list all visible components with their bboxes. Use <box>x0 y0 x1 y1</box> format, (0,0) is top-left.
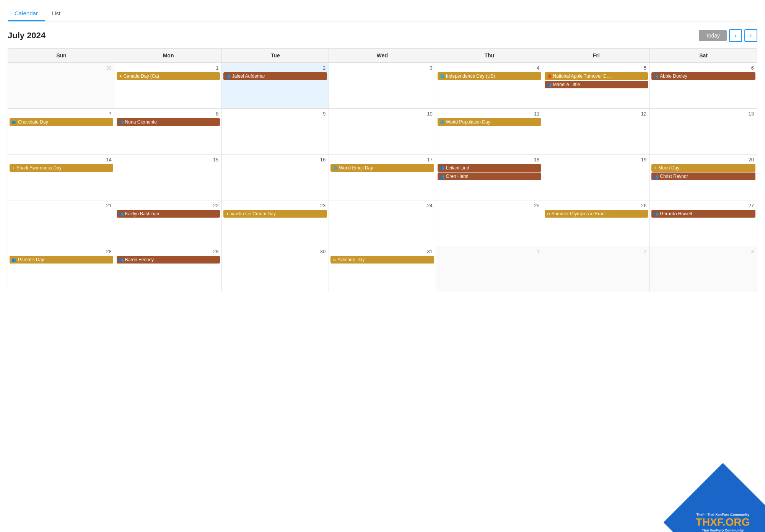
day-cell[interactable]: 25 <box>436 200 543 246</box>
day-number: 29 <box>117 248 220 256</box>
day-cell[interactable]: 20✧Moon Day👥Christ Raynor <box>650 154 757 200</box>
day-cell[interactable]: 9 <box>222 108 329 154</box>
day-cell[interactable]: 6👥Abbie Dooley <box>650 62 757 108</box>
app-container: CalendarList July 2024 Today ‹ › SunMonT… <box>0 0 765 298</box>
day-number: 21 <box>10 202 113 210</box>
day-number: 28 <box>10 248 113 256</box>
event[interactable]: ⊙Summer Olympics in Fran… <box>545 210 648 218</box>
day-cell[interactable]: 28👥Parent's Day <box>8 246 115 292</box>
day-number: 17 <box>330 156 434 164</box>
day-number: 2 <box>223 64 327 72</box>
calendar-grid: SunMonTueWedThuFriSat 301✦Canada Day (Ca… <box>8 48 757 292</box>
day-cell[interactable]: 30 <box>222 246 329 292</box>
event[interactable]: 🍎National Apple Turnover D… <box>545 72 648 80</box>
day-cell[interactable]: 1✦Canada Day (Ca) <box>115 62 222 108</box>
day-number: 19 <box>545 156 648 164</box>
event[interactable]: 👥Christ Raynor <box>651 172 755 180</box>
event[interactable]: 👥Gerardo Howell <box>651 210 755 218</box>
event[interactable]: ✧Shark Awareness Day <box>10 164 113 172</box>
day-number: 20 <box>651 156 755 164</box>
event[interactable]: 👥Baron Feeney <box>117 256 220 264</box>
event-icon: 🍎 <box>547 74 552 78</box>
next-button[interactable]: › <box>744 29 757 42</box>
event-label: Summer Olympics in Fran… <box>552 211 609 216</box>
day-cell[interactable]: 4🌐Independence Day (US) <box>436 62 543 108</box>
event-label: Oren Hahn <box>446 174 469 179</box>
day-number: 16 <box>223 156 327 164</box>
day-cell[interactable]: 31⊙Avocado Day <box>329 246 436 292</box>
event-icon: 👥 <box>654 174 658 179</box>
event-icon: 👥 <box>654 212 658 216</box>
day-header-sun: Sun <box>8 49 115 62</box>
day-cell[interactable]: 29👥Baron Feeney <box>115 246 222 292</box>
day-cell[interactable]: 5🍎National Apple Turnover D…👥Mabelle Lit… <box>543 62 650 108</box>
day-number: 1 <box>438 248 541 256</box>
event-label: National Apple Turnover D… <box>553 73 611 79</box>
day-cell[interactable]: 11🌐World Population Day <box>436 108 543 154</box>
day-number: 1 <box>117 64 220 72</box>
day-cell[interactable]: 3 <box>329 62 436 108</box>
today-button[interactable]: Today <box>699 30 727 41</box>
day-number: 30 <box>10 64 113 72</box>
event[interactable]: 🌐World Population Day <box>438 118 541 126</box>
day-cell[interactable]: 13 <box>650 108 757 154</box>
day-number: 8 <box>117 110 220 118</box>
event[interactable]: ⊙Avocado Day <box>330 256 434 264</box>
event[interactable]: 👥Jaleel Aufderhar <box>223 72 327 80</box>
day-cell[interactable]: 14✧Shark Awareness Day <box>8 154 115 200</box>
event[interactable]: 🌐World Emoji Day <box>330 164 434 172</box>
day-cell[interactable]: 24 <box>329 200 436 246</box>
day-cell[interactable]: 7👥Chocolate Day <box>8 108 115 154</box>
day-cell[interactable]: 17🌐World Emoji Day <box>329 154 436 200</box>
event[interactable]: 👥Abbie Dooley <box>651 72 755 80</box>
day-number: 26 <box>545 202 648 210</box>
event-icon: 🌐 <box>333 166 337 170</box>
event[interactable]: ✦Canada Day (Ca) <box>117 72 220 80</box>
event-icon: 👥 <box>119 212 124 216</box>
day-cell[interactable]: 18👥Leilani Lind👥Oren Hahn <box>436 154 543 200</box>
event[interactable]: 🌐Independence Day (US) <box>438 72 541 80</box>
event[interactable]: ✧Moon Day <box>651 164 755 172</box>
event-icon: 👥 <box>12 258 16 262</box>
event[interactable]: 👥Leilani Lind <box>438 164 541 172</box>
event-label: World Emoji Day <box>339 165 373 171</box>
event-label: Chocolate Day <box>18 119 48 125</box>
day-cell[interactable]: 2 <box>543 246 650 292</box>
day-cell[interactable]: 19 <box>543 154 650 200</box>
day-cell[interactable]: 15 <box>115 154 222 200</box>
event-icon: ✧ <box>12 166 15 170</box>
tab-list[interactable]: List <box>45 6 67 21</box>
day-cell[interactable]: 27👥Gerardo Howell <box>650 200 757 246</box>
event-label: Avocado Day <box>337 257 365 262</box>
day-cell[interactable]: 2👥Jaleel Aufderhar <box>222 62 329 108</box>
day-cell[interactable]: 1 <box>436 246 543 292</box>
prev-button[interactable]: ‹ <box>729 29 742 42</box>
event-label: Parent's Day <box>18 257 44 262</box>
day-header-mon: Mon <box>115 49 222 62</box>
day-cell[interactable]: 26⊙Summer Olympics in Fran… <box>543 200 650 246</box>
day-cell[interactable]: 8👥Nuria Clemente <box>115 108 222 154</box>
event[interactable]: 👥Oren Hahn <box>438 172 541 180</box>
day-number: 24 <box>330 202 434 210</box>
day-cell[interactable]: 22👥Kaitlyn Bashirian <box>115 200 222 246</box>
event[interactable]: 👥Parent's Day <box>10 256 113 264</box>
calendar-title: July 2024 <box>8 31 46 41</box>
day-cell[interactable]: 3 <box>650 246 757 292</box>
day-number: 15 <box>117 156 220 164</box>
event-icon: ✦ <box>226 212 229 216</box>
event[interactable]: ✦Vanilla Ice Cream Day <box>223 210 327 218</box>
tabs-bar: CalendarList <box>8 6 757 21</box>
tab-calendar[interactable]: Calendar <box>8 6 45 21</box>
event[interactable]: 👥Mabelle Little <box>545 81 648 88</box>
day-cell[interactable]: 12 <box>543 108 650 154</box>
day-cell[interactable]: 30 <box>8 62 115 108</box>
event[interactable]: 👥Nuria Clemente <box>117 118 220 126</box>
day-cell[interactable]: 23✦Vanilla Ice Cream Day <box>222 200 329 246</box>
day-cell[interactable]: 10 <box>329 108 436 154</box>
day-cell[interactable]: 16 <box>222 154 329 200</box>
event[interactable]: 👥Kaitlyn Bashirian <box>117 210 220 218</box>
event[interactable]: 👥Chocolate Day <box>10 118 113 126</box>
day-cell[interactable]: 21 <box>8 200 115 246</box>
day-number: 9 <box>223 110 327 118</box>
day-number: 22 <box>117 202 220 210</box>
